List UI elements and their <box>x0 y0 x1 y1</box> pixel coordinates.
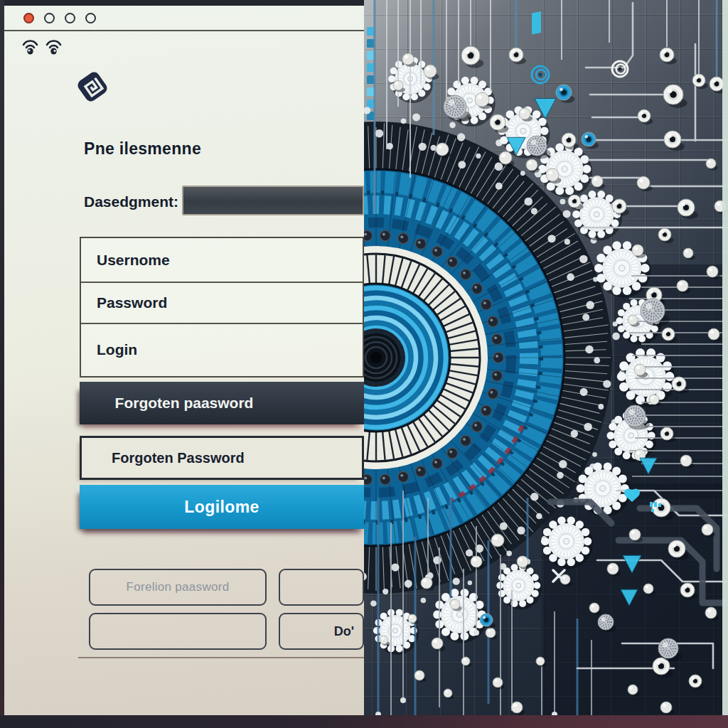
forgot-password-label: Forgoten Password <box>112 450 245 466</box>
login-button-label: Logilome <box>184 498 259 517</box>
username-label: Usernome <box>97 252 170 269</box>
zoom-button[interactable] <box>65 13 75 23</box>
login-form-list: Usernome Password Login <box>80 237 364 378</box>
wifi-icon <box>21 38 39 55</box>
login-row[interactable]: Login <box>81 324 363 376</box>
brand-logo-icon <box>74 68 111 105</box>
status-icons <box>21 38 63 55</box>
divider <box>78 657 364 658</box>
wifi-icon <box>45 38 63 55</box>
secondary-button-4-label: Do' <box>334 624 354 639</box>
forgot-password-dark-label: Forgoten paasword <box>115 395 254 412</box>
artwork-right-edge <box>722 0 728 728</box>
password-row[interactable]: Password <box>81 283 363 323</box>
password-label: Password <box>97 294 167 311</box>
department-label: Dasedgment: <box>84 193 178 210</box>
forgot-password-button[interactable]: Forgoten Password <box>80 436 364 480</box>
window-bottom-edge <box>0 715 728 728</box>
login-window: Pne ilesmenne Dasedgment: Usernome Passw… <box>4 6 364 717</box>
department-input[interactable] <box>182 186 364 215</box>
secondary-button-2[interactable] <box>279 569 364 606</box>
window-left-edge <box>0 0 4 728</box>
decorative-artwork <box>364 0 728 728</box>
forgot-password-dark-button[interactable]: Forgoten paasword <box>80 382 364 424</box>
extra-button[interactable] <box>85 13 96 23</box>
login-label: Login <box>97 341 137 358</box>
screenshot-root: Pne ilesmenne Dasedgment: Usernome Passw… <box>0 0 728 728</box>
secondary-button-1[interactable]: Forelion paasword <box>89 569 267 606</box>
page-title: Pne ilesmenne <box>84 139 201 159</box>
secondary-button-3[interactable] <box>89 613 267 650</box>
login-button[interactable]: Logilome <box>80 485 364 529</box>
secondary-button-4[interactable]: Do' <box>279 613 364 650</box>
close-button[interactable] <box>23 13 34 23</box>
username-row[interactable]: Usernome <box>81 238 363 283</box>
secondary-button-1-label: Forelion paasword <box>127 580 230 594</box>
title-bar <box>4 6 364 31</box>
minimize-button[interactable] <box>44 13 55 23</box>
